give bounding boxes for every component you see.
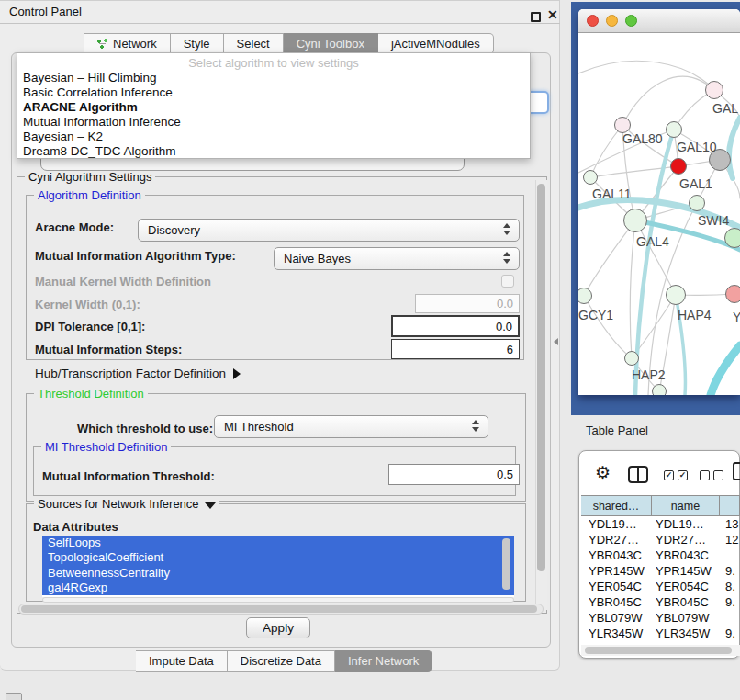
data-attributes-list: SelfLoopsTopologicalCoefficientBetweenne… <box>42 536 514 597</box>
mi-type-select[interactable]: Naive Bayes <box>274 247 520 270</box>
settings-vscroll-thumb[interactable] <box>537 184 545 571</box>
network-node[interactable] <box>623 209 647 232</box>
which-threshold-label: Which threshold to use: <box>77 422 213 435</box>
columns-icon[interactable] <box>628 466 648 483</box>
collapse-arrow-icon <box>205 502 216 509</box>
tab-select[interactable]: Select <box>224 33 284 54</box>
hub-definition-toggle[interactable]: Hub/Transcription Factor Definition <box>35 367 241 380</box>
combo-stepper-icon <box>472 420 479 432</box>
kernel-width-label: Kernel Width (0,1): <box>35 298 140 311</box>
apply-button[interactable]: Apply <box>246 617 310 638</box>
data-attributes-label: Data Attributes <box>33 520 118 534</box>
table-row[interactable]: YDL19… YDL19… 13 <box>581 516 740 532</box>
network-node[interactable] <box>724 228 740 248</box>
node-label: GAL4 <box>636 234 669 249</box>
close-light[interactable] <box>587 15 599 27</box>
aracne-mode-label: Aracne Mode: <box>35 220 114 234</box>
table-rows: YDL19… YDL19… 13 YDR27… YDR27… 12 YBR043… <box>581 516 740 645</box>
table-row[interactable]: YER054C YER054C 8. <box>581 579 740 594</box>
algorithm-menu-popup: Select algorithm to view settings Bayesi… <box>17 52 531 159</box>
column-header[interactable] <box>720 496 740 515</box>
threshold-definition-title: Threshold Definition <box>34 387 148 401</box>
partial-file-icon[interactable] <box>733 462 740 480</box>
settings-hscroll-thumb[interactable] <box>21 605 537 613</box>
node-label: GAL80 <box>622 131 663 146</box>
deselect-all-icon[interactable] <box>700 470 723 480</box>
menu-item[interactable]: Basic Correlation Inference <box>17 85 530 100</box>
control-panel-title: Control Panel <box>9 5 82 18</box>
tab-cyni-toolbox[interactable]: Cyni Toolbox <box>284 33 378 54</box>
column-header[interactable]: name <box>652 496 720 515</box>
network-node[interactable] <box>670 158 687 175</box>
table-row[interactable]: YDR27… YDR27… 12 <box>581 532 740 548</box>
menu-item[interactable]: Bayesian – K2 <box>17 130 530 144</box>
mi-type-label: Mutual Information Algorithm Type: <box>35 249 236 263</box>
node-label: HAP2 <box>632 367 666 382</box>
dpi-tolerance-field[interactable]: 0.0 <box>391 315 520 337</box>
node-label: SWI4 <box>698 213 729 228</box>
aracne-mode-select[interactable]: Discovery <box>138 219 520 242</box>
algorithm-menu: Bayesian – Hill ClimbingBasic Correlatio… <box>17 71 530 159</box>
attribute-item[interactable]: TopologicalCoefficient <box>42 550 514 565</box>
network-node[interactable] <box>689 195 705 211</box>
float-window-icon[interactable] <box>531 12 541 22</box>
table-row[interactable]: YBR043C YBR043C <box>581 548 740 563</box>
table-panel-title: Table Panel <box>586 423 648 437</box>
mi-threshold-field[interactable]: 0.5 <box>388 464 520 485</box>
mi-steps-field[interactable]: 6 <box>391 339 520 359</box>
table-row[interactable]: YLR345W YLR345W 9. <box>581 626 740 641</box>
kernel-width-field[interactable]: 0.0 <box>415 294 520 313</box>
menu-item[interactable]: ARACNE Algorithm <box>17 100 530 115</box>
node-label: Y <box>733 310 740 324</box>
menu-item[interactable]: Mutual Information Inference <box>17 115 530 130</box>
table-row[interactable]: YBL079W YBL079W <box>581 610 740 626</box>
select-all-icon[interactable]: ✓ ✓ <box>664 470 688 480</box>
tab-style[interactable]: Style <box>171 33 224 54</box>
network-node[interactable] <box>666 285 686 305</box>
network-canvas[interactable]: GALGAL80GAL10GAL1GAL11SWI4GAL4GCY1HAP4YH… <box>578 33 740 395</box>
combo-stepper-icon <box>503 223 510 235</box>
table-row[interactable]: YPR145W YPR145W 9. <box>581 563 740 579</box>
attributes-hscrollbar[interactable] <box>42 597 514 603</box>
network-node[interactable] <box>624 351 639 366</box>
network-node[interactable] <box>666 121 682 138</box>
network-view-window: GALGAL80GAL10GAL1GAL11SWI4GAL4GCY1HAP4YH… <box>578 9 740 395</box>
attribute-item[interactable]: gal4RGexp <box>42 581 514 595</box>
top-tabstrip: NetworkStyleSelectCyni ToolboxjActiveMNo… <box>84 33 494 54</box>
tab-impute-data[interactable]: Impute Data <box>136 650 228 672</box>
network-node[interactable] <box>705 81 723 99</box>
network-node[interactable] <box>725 285 740 303</box>
tab-infer-network[interactable]: Infer Network <box>335 650 432 672</box>
table-header-row: shared… name <box>581 495 740 516</box>
tab-jactivemnodules[interactable]: jActiveMNodules <box>378 33 494 54</box>
menu-item[interactable]: Dream8 DC_TDC Algorithm <box>17 144 530 159</box>
node-label: GAL1 <box>679 176 712 191</box>
network-node[interactable] <box>652 384 667 395</box>
table-row[interactable]: YBR045C YBR045C 9. <box>581 594 740 610</box>
sources-title[interactable]: Sources for Network Inference <box>34 497 219 511</box>
mi-threshold-label: Mutual Information Threshold: <box>42 469 215 483</box>
splitter-arrow-icon[interactable] <box>554 338 558 345</box>
expand-arrow-icon <box>233 368 241 379</box>
table-hscroll-thumb[interactable] <box>585 647 732 654</box>
minimized-panel-chip[interactable] <box>6 693 22 700</box>
which-threshold-select[interactable]: MI Threshold <box>214 415 488 438</box>
mi-threshold-definition-title: MI Threshold Definition <box>41 440 171 454</box>
attribute-item[interactable]: BetweennessCentrality <box>42 566 514 581</box>
network-window-titlebar[interactable] <box>578 9 740 33</box>
menu-item[interactable]: Bayesian – Hill Climbing <box>17 71 530 85</box>
tab-discretize-data[interactable]: Discretize Data <box>228 650 335 672</box>
tab-network[interactable]: Network <box>84 33 171 54</box>
mi-steps-label: Mutual Information Steps: <box>35 343 182 356</box>
zoom-light[interactable] <box>625 15 637 27</box>
manual-kernel-checkbox[interactable] <box>501 275 514 288</box>
attributes-scrollbar[interactable] <box>502 538 510 590</box>
network-node[interactable] <box>583 170 598 185</box>
column-header[interactable]: shared… <box>581 496 652 515</box>
minimize-light[interactable] <box>606 15 618 27</box>
close-panel-icon[interactable]: ✕ <box>547 7 558 22</box>
attribute-item[interactable]: SelfLoops <box>42 536 514 550</box>
node-label: GAL11 <box>592 186 632 201</box>
dpi-tolerance-label: DPI Tolerance [0,1]: <box>35 320 145 333</box>
gear-icon[interactable]: ⚙ <box>595 462 611 482</box>
